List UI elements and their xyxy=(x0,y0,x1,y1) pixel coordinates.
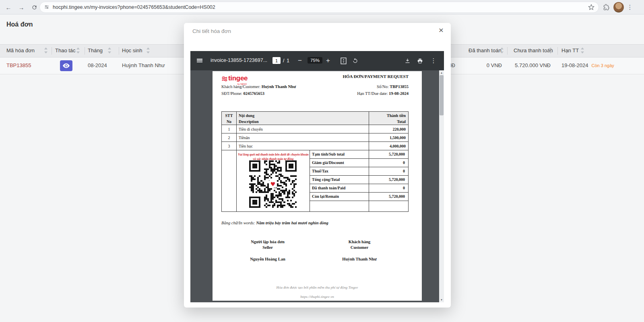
rotate-icon[interactable] xyxy=(351,57,359,65)
cell-paid: 0 VNĐ xyxy=(463,62,502,68)
zoom-in-icon[interactable]: + xyxy=(323,56,333,66)
due-label: Hạn TT/Due date: xyxy=(357,91,388,96)
reload-glyph xyxy=(31,4,37,10)
tingee-logo-text: tingee xyxy=(228,74,248,82)
sort-icon xyxy=(76,47,80,53)
summary-label: Giảm giá/Discount xyxy=(312,160,344,165)
url-bar[interactable]: hocphi.tingee.vn/my-invoices?phone=02457… xyxy=(39,2,599,13)
column-divider xyxy=(52,47,52,55)
summary-value: 5,720,000 xyxy=(389,194,405,199)
buyer-signature-title: Khách hàngCustomer xyxy=(328,239,390,250)
pdf-scrollbar[interactable]: ▲ ▼ xyxy=(439,70,444,302)
cell-invoice-code[interactable]: TBP13855 xyxy=(6,62,31,68)
summary-value: 0 xyxy=(403,169,405,173)
th-total: Thành tiềnTotal xyxy=(387,113,406,125)
profile-avatar[interactable] xyxy=(613,2,624,12)
invoice-no-value: TBP13855 xyxy=(390,84,409,89)
col-header-action[interactable]: Thao tác xyxy=(55,47,76,53)
item-stt: 1 xyxy=(222,127,236,131)
page-total: 1 xyxy=(287,58,289,64)
close-icon[interactable]: × xyxy=(436,25,447,36)
cell-unpaid: 5.720.000 VNĐ xyxy=(499,62,551,68)
sort-icon xyxy=(581,47,584,53)
grid-line xyxy=(310,184,408,184)
sort-icon xyxy=(44,47,48,53)
browser-menu-icon[interactable]: ⋮ xyxy=(625,2,635,12)
invoice-doc-title: HÓA ĐƠN/PAYMENT REQUEST xyxy=(343,74,409,79)
grid-line xyxy=(222,142,408,142)
cell-month: 08-2024 xyxy=(88,62,107,68)
grid-line xyxy=(310,150,310,211)
zoom-out-icon[interactable]: − xyxy=(295,56,305,66)
item-amount: 4,000,000 xyxy=(390,144,406,148)
grid-line xyxy=(310,201,408,201)
download-icon[interactable] xyxy=(403,56,412,65)
item-stt: 3 xyxy=(222,144,236,148)
amount-in-words: Bằng chữ/In words: Năm triệu bảy trăm ha… xyxy=(221,221,328,225)
scroll-up-icon[interactable]: ▲ xyxy=(439,71,444,75)
scrollbar-thumb[interactable] xyxy=(440,75,444,115)
item-desc: Tiền di chuyển xyxy=(239,127,263,131)
col-header-unpaid[interactable]: Chưa thanh toán xyxy=(514,47,553,53)
site-info-icon[interactable] xyxy=(44,4,50,10)
summary-value: 5,720,000 xyxy=(389,152,405,156)
grid-line xyxy=(222,125,408,125)
cell-due-date: 19-08-2024Còn 3 ngày xyxy=(561,62,614,68)
extensions-icon[interactable] xyxy=(601,2,612,12)
col-header-month[interactable]: Tháng xyxy=(88,47,103,53)
due-date-text: 19-08-2024 xyxy=(561,62,588,68)
item-amount: 1,500,000 xyxy=(390,135,406,140)
col-header-due[interactable]: Hạn TT xyxy=(561,47,579,53)
sort-icon xyxy=(549,47,553,53)
phone-label: SĐT/Phone: xyxy=(221,91,242,96)
scroll-down-icon[interactable]: ▼ xyxy=(439,298,444,302)
forward-icon[interactable]: → xyxy=(16,2,27,12)
grid-line xyxy=(222,133,408,133)
grid-line xyxy=(310,175,408,176)
th-stt: STTNo xyxy=(222,113,236,125)
grid-line xyxy=(310,158,408,159)
due-value: 19-08-2024 xyxy=(389,91,409,96)
menu-icon[interactable] xyxy=(197,58,202,63)
sort-icon xyxy=(500,47,504,53)
summary-label: Thuế/Tax xyxy=(312,169,328,173)
col-header-student[interactable]: Học sinh xyxy=(122,47,142,53)
column-divider xyxy=(119,47,119,55)
item-stt: 2 xyxy=(222,135,236,140)
col-header-invoice-code[interactable]: Mã hóa đơn xyxy=(6,47,35,53)
grid-line xyxy=(222,150,408,150)
invoice-no-line: Số/No: TBP13855 xyxy=(377,84,409,89)
tingee-logo-icon xyxy=(221,76,227,82)
in-words-value: Năm triệu bảy trăm hai mươi nghìn đồng xyxy=(256,221,328,225)
fit-page-icon[interactable] xyxy=(339,57,347,65)
phone-value: 0245765653 xyxy=(244,91,265,96)
view-invoice-button[interactable] xyxy=(60,60,72,71)
invoice-items-table: STTNo Nội dungDescription Thành tiềnTota… xyxy=(221,111,409,212)
page-title: Hoá đơn xyxy=(6,21,33,28)
invoice-phone-line: SĐT/Phone: 0245765653 xyxy=(221,91,264,96)
more-options-icon[interactable]: ⋮ xyxy=(429,56,438,66)
reload-icon[interactable] xyxy=(29,2,39,12)
grid-line xyxy=(310,192,408,193)
invoice-footer-line1: Hóa đơn được tạo bởi phần mềm thu phí tự… xyxy=(213,285,422,289)
summary-value: 0 xyxy=(403,160,405,165)
customer-label: Khách hàng/Customer: xyxy=(221,84,260,89)
col-header-paid[interactable]: Đã thanh toán xyxy=(469,47,502,53)
grid-line xyxy=(369,112,369,211)
pdf-viewer: invoice-13855-1723697... 1 / 1 − 75% + xyxy=(190,51,444,302)
item-amount: 220,000 xyxy=(393,127,406,131)
in-words-label: Bằng chữ/In words: xyxy=(221,221,255,225)
eye-icon xyxy=(63,63,70,68)
page-number-input[interactable]: 1 xyxy=(272,57,281,64)
summary-label: Đã thanh toán/Paid xyxy=(312,186,345,190)
item-desc: Tiềnăn xyxy=(239,135,250,140)
pdf-filename: invoice-13855-1723697... xyxy=(211,57,272,63)
url-text: hocphi.tingee.vn/my-invoices?phone=02457… xyxy=(53,4,585,10)
bookmark-star-icon[interactable] xyxy=(588,4,594,10)
summary-label: Tạm tính/Sub total xyxy=(312,152,345,156)
back-icon[interactable]: ← xyxy=(3,2,14,12)
print-icon[interactable] xyxy=(415,56,424,65)
column-divider xyxy=(557,47,558,55)
item-desc: Tiền học xyxy=(239,144,253,148)
sort-icon xyxy=(147,47,150,53)
